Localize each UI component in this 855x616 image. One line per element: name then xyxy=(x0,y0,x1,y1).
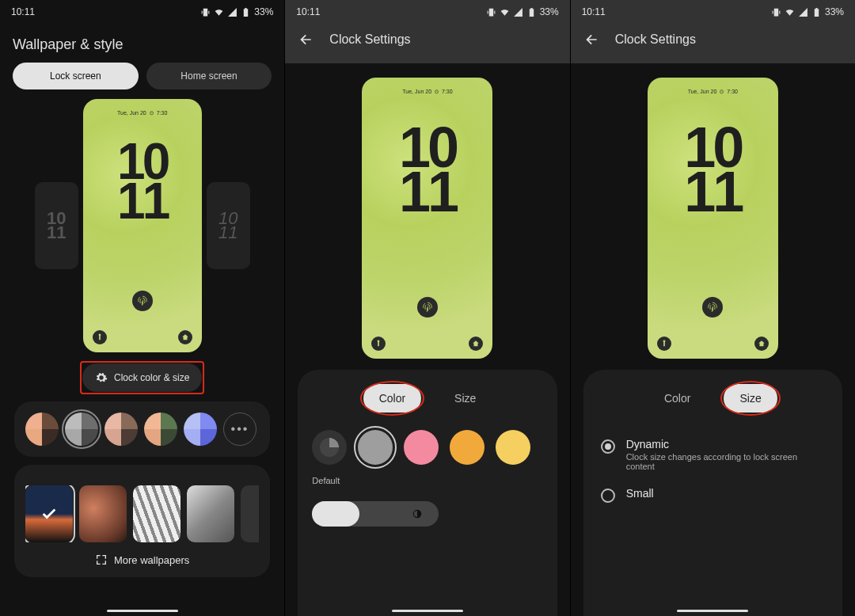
status-icons: 33% xyxy=(200,6,273,17)
more-wallpapers-button[interactable]: More wallpapers xyxy=(25,553,259,566)
gear-icon xyxy=(95,371,108,384)
swatch-default[interactable] xyxy=(312,430,347,465)
back-icon[interactable] xyxy=(583,32,599,48)
page-title: Clock Settings xyxy=(615,32,696,47)
status-time: 10:11 xyxy=(11,6,35,17)
color-palette[interactable] xyxy=(144,413,177,446)
alarm-icon xyxy=(434,89,439,94)
fingerprint-icon xyxy=(417,297,438,318)
screen-clock-settings-size: 10:11 33% Clock Settings Tue, Jun 20 xyxy=(570,0,855,616)
battery-icon xyxy=(241,7,251,17)
preview-clock: 10 11 xyxy=(648,125,778,214)
preview-date: Tue, Jun 20 7:30 xyxy=(83,110,202,116)
svg-point-3 xyxy=(720,90,724,93)
battery-percent: 33% xyxy=(254,6,273,17)
gesture-bar[interactable] xyxy=(392,610,463,612)
clock-style-next[interactable]: 10 11 xyxy=(207,182,250,269)
gesture-bar[interactable] xyxy=(107,610,178,612)
tab-row: Color Size xyxy=(598,378,828,425)
size-option-dynamic[interactable]: DynamicClock size changes according to l… xyxy=(601,430,825,479)
clock-style-prev[interactable]: 10 11 xyxy=(35,182,78,269)
color-swatch[interactable] xyxy=(450,430,484,465)
radio-icon xyxy=(601,489,615,503)
size-option-small[interactable]: Small xyxy=(601,479,825,511)
battery-icon xyxy=(526,7,537,17)
signal-icon xyxy=(227,7,238,17)
lock-screen-preview[interactable]: Tue, Jun 20 7:30 10 11 xyxy=(83,99,202,352)
back-icon[interactable] xyxy=(298,32,314,48)
clock-settings-card: Color Size DynamicClock size changes acc… xyxy=(583,370,842,616)
wallpaper-card: More wallpapers xyxy=(14,465,270,577)
status-icons: 33% xyxy=(771,6,844,17)
wifi-icon xyxy=(785,7,795,17)
wallpaper-thumb[interactable] xyxy=(187,485,234,542)
wallpaper-thumb[interactable] xyxy=(241,485,259,542)
default-label: Default xyxy=(312,476,542,485)
flashlight-icon xyxy=(371,337,386,351)
tab-size[interactable]: Size xyxy=(439,384,492,413)
preview-clock: 10 11 xyxy=(83,143,202,222)
option-subtitle: Clock size changes according to lock scr… xyxy=(626,452,825,471)
app-bar: 10:11 33% Clock Settings xyxy=(571,0,855,63)
lock-screen-preview: Tue, Jun 20 7:30 10 11 xyxy=(648,78,778,359)
status-time: 10:11 xyxy=(582,6,606,17)
tab-home-screen[interactable]: Home screen xyxy=(146,63,272,89)
saturation-slider[interactable] xyxy=(312,501,439,527)
battery-percent: 33% xyxy=(540,6,559,17)
lock-screen-preview: Tue, Jun 20 7:30 10 11 xyxy=(362,78,492,359)
signal-icon xyxy=(798,7,808,17)
preview-date: Tue, Jun 20 7:30 xyxy=(648,89,778,94)
vibrate-icon xyxy=(486,7,496,17)
tab-color[interactable]: Color xyxy=(648,384,706,413)
battery-percent: 33% xyxy=(825,6,844,17)
color-swatch[interactable] xyxy=(404,430,439,465)
palette-row: ••• xyxy=(25,413,259,446)
color-swatch[interactable] xyxy=(358,430,393,465)
wifi-icon xyxy=(500,7,510,17)
size-options: DynamicClock size changes according to l… xyxy=(598,425,828,515)
color-palette[interactable] xyxy=(25,413,59,446)
wifi-icon xyxy=(214,7,224,17)
tab-lock-screen[interactable]: Lock screen xyxy=(13,63,139,89)
screen-selector: Lock screen Home screen xyxy=(0,63,284,99)
color-palette[interactable] xyxy=(184,413,217,446)
color-palette[interactable] xyxy=(65,413,98,446)
preview-clock: 10 11 xyxy=(362,125,492,214)
wallpaper-row xyxy=(25,485,259,542)
color-swatch[interactable] xyxy=(496,430,530,465)
wallpaper-thumb[interactable] xyxy=(133,485,180,542)
app-bar: 10:11 33% Clock Settings xyxy=(285,0,569,63)
flashlight-icon xyxy=(657,337,671,351)
alarm-icon xyxy=(149,110,154,116)
battery-icon xyxy=(811,7,822,17)
preview-date: Tue, Jun 20 7:30 xyxy=(362,89,492,94)
screen-clock-settings-color: 10:11 33% Clock Settings Tue, Jun 20 xyxy=(284,0,569,616)
wallpaper-thumb[interactable] xyxy=(25,485,73,542)
wallpaper-thumb[interactable] xyxy=(79,485,127,542)
page-title: Clock Settings xyxy=(329,32,410,47)
vibrate-icon xyxy=(200,7,211,17)
status-icons: 33% xyxy=(486,6,559,17)
option-title: Dynamic xyxy=(626,438,825,451)
home-icon xyxy=(754,337,769,351)
status-bar: 10:11 33% xyxy=(0,0,284,24)
preview-bottom-icons xyxy=(657,337,769,351)
preview-bottom-icons xyxy=(93,330,192,344)
tab-row: Color Size xyxy=(312,378,542,425)
tab-size[interactable]: Size xyxy=(724,384,777,413)
slider-handle[interactable] xyxy=(312,501,359,527)
color-palette[interactable] xyxy=(104,413,138,446)
clock-color-size-button[interactable]: Clock color & size xyxy=(82,363,202,392)
svg-point-1 xyxy=(435,90,438,93)
wallpaper-icon xyxy=(95,553,108,566)
palette-card: ••• xyxy=(14,401,270,457)
gesture-bar[interactable] xyxy=(677,610,748,612)
page-title: Wallpaper & style xyxy=(0,24,284,63)
clock-style-strip: 10 11 Tue, Jun 20 7:30 10 11 xyxy=(0,99,284,352)
home-icon xyxy=(178,330,192,344)
more-palettes-button[interactable]: ••• xyxy=(223,413,256,446)
alarm-icon xyxy=(719,89,724,94)
color-swatch-row xyxy=(312,425,542,471)
flashlight-icon xyxy=(93,330,107,344)
tab-color[interactable]: Color xyxy=(363,384,421,413)
